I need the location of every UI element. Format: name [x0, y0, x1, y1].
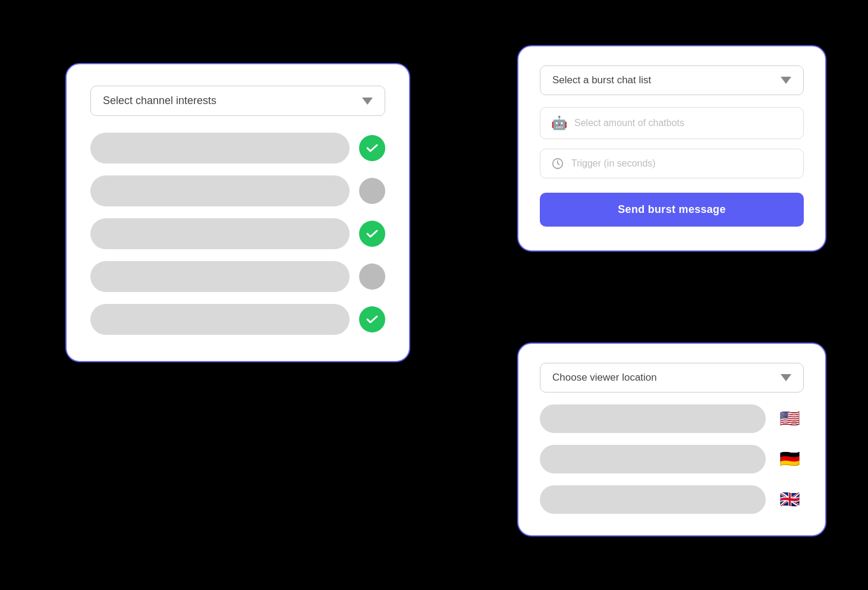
- list-bar: [90, 304, 350, 335]
- check-toggle[interactable]: [359, 135, 385, 161]
- flag-de[interactable]: 🇩🇪: [775, 445, 804, 473]
- list-bar: [90, 133, 350, 164]
- clock-icon: [551, 157, 564, 170]
- list-item: [90, 175, 385, 206]
- chevron-down-icon: [781, 374, 791, 381]
- send-burst-button[interactable]: Send burst message: [540, 193, 804, 227]
- channel-interests-card: Select channel interests: [65, 63, 410, 362]
- chevron-down-icon: [781, 77, 791, 84]
- check-icon: [365, 227, 379, 241]
- list-item: [90, 218, 385, 249]
- list-item: [90, 261, 385, 292]
- check-toggle[interactable]: [359, 306, 385, 332]
- chevron-down-icon: [362, 98, 373, 105]
- channel-interests-label: Select channel interests: [103, 95, 216, 107]
- flag-us[interactable]: 🇺🇸: [775, 404, 804, 433]
- burst-chat-label: Select a burst chat list: [552, 74, 651, 86]
- viewer-location-label: Choose viewer location: [552, 372, 657, 384]
- location-item: 🇺🇸: [540, 404, 804, 433]
- viewer-location-card: Choose viewer location 🇺🇸 🇩🇪 🇬🇧: [517, 343, 826, 536]
- robot-icon: 🤖: [551, 115, 567, 131]
- check-icon: [365, 312, 379, 327]
- location-bar: [540, 485, 766, 514]
- trigger-input[interactable]: Trigger (in seconds): [540, 149, 804, 178]
- check-toggle[interactable]: [359, 178, 385, 204]
- check-icon: [365, 141, 379, 155]
- list-item: [90, 133, 385, 164]
- location-bar: [540, 445, 766, 473]
- viewer-location-dropdown[interactable]: Choose viewer location: [540, 363, 804, 393]
- location-bar: [540, 404, 766, 433]
- burst-chat-dropdown[interactable]: Select a burst chat list: [540, 65, 804, 95]
- trigger-placeholder: Trigger (in seconds): [571, 158, 656, 169]
- list-bar: [90, 218, 350, 249]
- check-toggle[interactable]: [359, 263, 385, 290]
- list-bar: [90, 261, 350, 292]
- list-item: [90, 304, 385, 335]
- flag-gb[interactable]: 🇬🇧: [775, 485, 804, 514]
- burst-chat-card: Select a burst chat list 🤖 Select amount…: [517, 45, 826, 252]
- scene: Select channel interests: [42, 27, 826, 563]
- location-item: 🇩🇪: [540, 445, 804, 473]
- check-toggle[interactable]: [359, 221, 385, 247]
- chatbots-input[interactable]: 🤖 Select amount of chatbots: [540, 107, 804, 139]
- channel-interests-dropdown[interactable]: Select channel interests: [90, 86, 385, 116]
- list-bar: [90, 175, 350, 206]
- location-item: 🇬🇧: [540, 485, 804, 514]
- chatbots-placeholder: Select amount of chatbots: [574, 118, 684, 128]
